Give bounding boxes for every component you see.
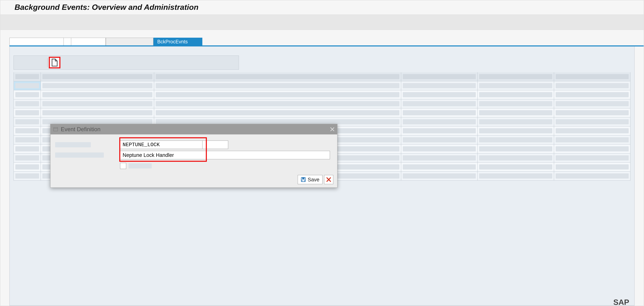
col-created[interactable]: [477, 72, 554, 81]
table-row[interactable]: [14, 90, 630, 99]
page-title: Background Events: Overview and Administ…: [14, 3, 636, 12]
form-row-event-name: [54, 139, 333, 150]
content-area: Event Definition: [10, 46, 634, 305]
col-system[interactable]: [401, 72, 477, 81]
col-selector[interactable]: [14, 72, 40, 81]
dialog-titlebar[interactable]: Event Definition: [50, 124, 337, 134]
tab-bckprocevnts[interactable]: BckProcEvnts: [154, 38, 202, 45]
svg-rect-0: [54, 127, 58, 131]
app-frame: Background Events: Overview and Administ…: [0, 0, 644, 306]
system-event-checkbox[interactable]: [120, 163, 126, 169]
tab-placeholder-1[interactable]: [10, 38, 64, 45]
create-button[interactable]: [49, 57, 60, 68]
toolbar-separator: [47, 58, 48, 67]
table-header: [14, 72, 630, 81]
dialog-body: [50, 134, 337, 172]
col-changed[interactable]: [554, 72, 630, 81]
table-row[interactable]: [14, 99, 630, 108]
checkbox-label: [128, 163, 152, 169]
new-document-icon: [52, 59, 58, 66]
dialog-title-icon: [53, 127, 58, 132]
svg-rect-6: [302, 180, 304, 182]
event-name-extension[interactable]: [202, 140, 228, 149]
table-row[interactable]: [14, 108, 630, 117]
form-row-description: [54, 150, 333, 160]
grid-toolbar: [14, 56, 239, 70]
col-description[interactable]: [154, 72, 401, 81]
global-toolbar: [0, 15, 644, 30]
event-name-input[interactable]: [120, 140, 202, 149]
form-row-checkbox: [54, 161, 333, 171]
tab-placeholder-3[interactable]: [106, 38, 154, 45]
save-button[interactable]: Save: [298, 175, 322, 184]
description-input[interactable]: [120, 151, 330, 159]
description-label: [54, 152, 120, 158]
cancel-x-icon: [326, 177, 331, 182]
dialog-title: Event Definition: [61, 126, 100, 132]
table-row[interactable]: [14, 81, 630, 90]
tab-placeholder-2[interactable]: [71, 38, 106, 45]
save-button-label: Save: [308, 177, 320, 183]
cancel-button[interactable]: [324, 175, 333, 184]
title-bar: Background Events: Overview and Administ…: [0, 1, 644, 15]
close-icon[interactable]: [330, 127, 335, 132]
save-icon: [301, 177, 306, 182]
svg-rect-5: [302, 178, 304, 179]
tab-divider: [64, 38, 71, 45]
dialog-footer: Save: [50, 172, 337, 188]
col-event-name[interactable]: [40, 72, 154, 81]
event-name-label: [54, 142, 120, 147]
tab-strip: BckProcEvnts: [10, 38, 644, 46]
sap-brand-mark: SAP: [613, 298, 629, 306]
event-definition-dialog: Event Definition: [50, 124, 338, 188]
